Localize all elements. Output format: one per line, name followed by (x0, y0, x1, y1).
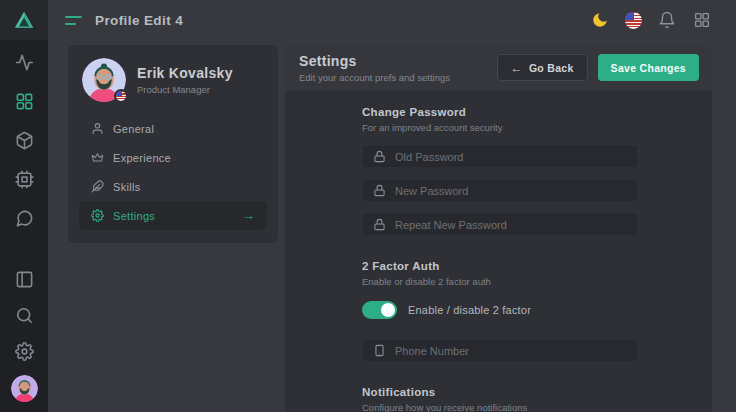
crown-icon (91, 151, 104, 164)
rail-top-icons (12, 50, 36, 230)
lock-icon (373, 218, 386, 231)
lock-icon (373, 150, 386, 163)
repeat-password-field[interactable] (362, 213, 638, 236)
two-factor-toggle[interactable] (362, 301, 397, 319)
activity-icon[interactable] (12, 50, 36, 74)
section-title: Change Password (362, 106, 638, 118)
settings-header: Settings Edit your account prefs and set… (285, 45, 712, 90)
rail-user-avatar[interactable] (11, 375, 38, 402)
section-title: Notifications (362, 386, 638, 398)
moon-icon[interactable] (590, 10, 610, 30)
chat-icon[interactable] (12, 206, 36, 230)
dashboard-grid-icon[interactable] (12, 89, 36, 113)
profile-card: Erik Kovalsky Product Manager General Ex… (68, 45, 278, 243)
user-name: Erik Kovalsky (137, 65, 233, 81)
settings-title: Settings (299, 53, 450, 69)
menu-item-label: Settings (113, 210, 155, 222)
triangle-logo-icon (13, 9, 35, 31)
us-flag-icon[interactable] (625, 12, 642, 29)
main-column: Profile Edit 4 Erik Kova (48, 0, 736, 412)
smartphone-icon (373, 344, 386, 357)
apps-grid-icon[interactable] (692, 10, 712, 30)
toggle-knob (381, 303, 395, 317)
settings-body: Change Password For an improved account … (285, 90, 712, 412)
two-factor-section: 2 Factor Auth Enable or disable 2 factor… (362, 260, 638, 362)
page-title: Profile Edit 4 (95, 13, 183, 28)
arrow-left-icon: ← (511, 62, 523, 74)
gear-icon (91, 209, 104, 222)
content-area: Erik Kovalsky Product Manager General Ex… (48, 40, 736, 412)
toggle-label: Enable / disable 2 factor (408, 304, 531, 316)
icon-rail (0, 0, 48, 412)
go-back-button[interactable]: ← Go Back (497, 54, 588, 81)
profile-menu: General Experience Skills Settings → (79, 114, 267, 230)
app-logo[interactable] (0, 0, 48, 40)
user-icon (91, 122, 104, 135)
profile-avatar[interactable] (82, 58, 126, 102)
cpu-icon[interactable] (12, 167, 36, 191)
bell-icon[interactable] (657, 10, 677, 30)
rail-bottom-icons (11, 267, 38, 402)
phone-number-field[interactable] (362, 339, 638, 362)
section-subtitle: Configure how you receive notifications (362, 402, 638, 412)
save-changes-button[interactable]: Save Changes (598, 54, 699, 81)
menu-item-general[interactable]: General (79, 114, 267, 143)
layout-sidebar-icon[interactable] (12, 267, 36, 291)
settings-panel: Settings Edit your account prefs and set… (285, 45, 712, 412)
new-password-field[interactable] (362, 179, 638, 202)
user-role: Product Manager (137, 84, 233, 95)
box-icon[interactable] (12, 128, 36, 152)
menu-item-experience[interactable]: Experience (79, 143, 267, 172)
menu-item-label: General (113, 123, 154, 135)
gear-icon[interactable] (12, 339, 36, 363)
phone-number-input[interactable] (395, 345, 627, 357)
search-icon[interactable] (12, 303, 36, 327)
topbar-actions (590, 10, 712, 30)
topbar: Profile Edit 4 (48, 0, 736, 40)
menu-item-settings[interactable]: Settings → (79, 201, 267, 230)
lock-icon (373, 184, 386, 197)
menu-item-label: Skills (113, 181, 140, 193)
menu-item-label: Experience (113, 152, 171, 164)
two-factor-toggle-row: Enable / disable 2 factor (362, 301, 638, 319)
old-password-input[interactable] (395, 151, 627, 163)
app-root: Profile Edit 4 Erik Kova (0, 0, 736, 412)
arrow-right-icon: → (242, 209, 255, 222)
old-password-field[interactable] (362, 145, 638, 168)
section-subtitle: For an improved account security (362, 122, 638, 133)
menu-toggle-icon[interactable] (65, 16, 82, 25)
new-password-input[interactable] (395, 185, 627, 197)
us-flag-badge-icon (114, 89, 128, 103)
section-subtitle: Enable or disable 2 factor auth (362, 276, 638, 287)
repeat-password-input[interactable] (395, 219, 627, 231)
profile-header: Erik Kovalsky Product Manager (79, 58, 267, 102)
section-title: 2 Factor Auth (362, 260, 638, 272)
menu-item-skills[interactable]: Skills (79, 172, 267, 201)
change-password-section: Change Password For an improved account … (362, 106, 638, 236)
settings-subtitle: Edit your account prefs and settings (299, 72, 450, 83)
feather-icon (91, 180, 104, 193)
notifications-section: Notifications Configure how you receive … (362, 386, 638, 412)
